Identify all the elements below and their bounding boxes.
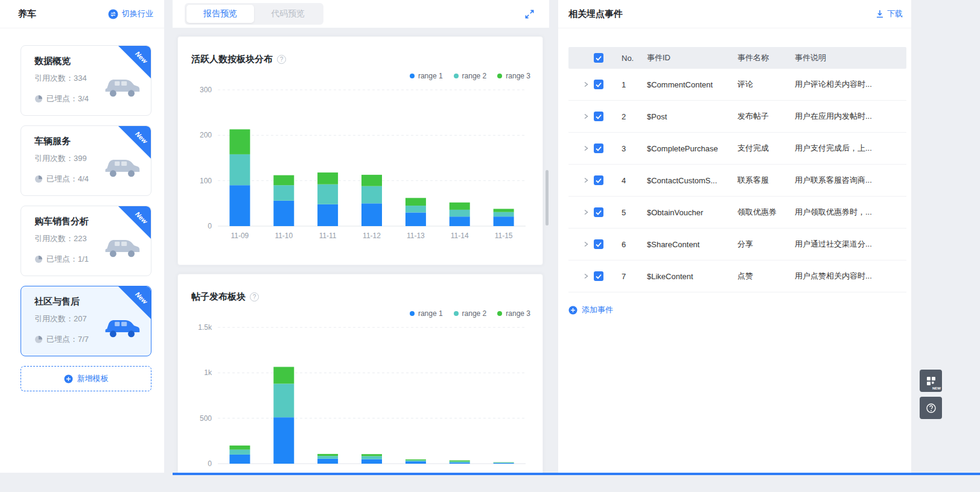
row-checkbox[interactable] xyxy=(594,80,603,89)
add-event-button[interactable]: 添加事件 xyxy=(568,304,613,315)
new-ribbon: New xyxy=(118,126,151,159)
new-ribbon-label: New xyxy=(134,130,148,145)
preview-tab[interactable]: 代码预览 xyxy=(254,5,322,23)
svg-text:11-12: 11-12 xyxy=(363,232,381,240)
svg-text:11-10: 11-10 xyxy=(275,232,293,240)
template-card[interactable]: New 社区与售后 引用次数：207 已埋点：7/7 xyxy=(21,286,151,356)
event-id: $ShareContent xyxy=(647,240,737,249)
legend-label: range 2 xyxy=(462,309,487,318)
event-no: 7 xyxy=(622,272,647,281)
help-icon[interactable]: ? xyxy=(277,55,286,64)
legend-item[interactable]: range 1 xyxy=(410,309,443,318)
sidebar-header: 养车 切换行业 xyxy=(0,0,164,28)
fullscreen-expand-icon[interactable] xyxy=(524,9,535,19)
tracked-value: 已埋点：7/7 xyxy=(46,334,89,345)
swap-icon xyxy=(108,9,118,19)
expand-chevron-icon[interactable] xyxy=(583,113,589,119)
template-card[interactable]: New 车辆服务 引用次数：399 已埋点：4/4 xyxy=(21,125,151,196)
svg-text:11-09: 11-09 xyxy=(231,232,249,240)
legend-item[interactable]: range 3 xyxy=(497,309,530,318)
posts-chart: 05001k1.5k xyxy=(191,321,530,468)
expand-chevron-icon[interactable] xyxy=(583,177,589,183)
chart-title: 活跃人数按板块分布 xyxy=(191,54,273,65)
event-id: $ObtainVoucher xyxy=(647,208,737,217)
legend-item[interactable]: range 3 xyxy=(497,72,530,80)
plus-circle-icon xyxy=(568,306,578,315)
expand-chevron-icon[interactable] xyxy=(583,241,589,247)
pie-progress-icon xyxy=(34,255,43,263)
event-no: 2 xyxy=(622,112,647,121)
template-sidebar: 养车 切换行业 New 数据概览 引用次数：334 已埋点：3/4 New 车辆… xyxy=(0,0,164,473)
event-table-row: 2 $Post 发布帖子 用户在应用内发帖时... xyxy=(568,101,906,133)
legend-label: range 3 xyxy=(506,309,530,318)
row-checkbox[interactable] xyxy=(594,271,603,281)
template-card-tracked: 已埋点：7/7 xyxy=(34,334,142,345)
switch-industry-label: 切换行业 xyxy=(122,8,153,19)
row-checkbox[interactable] xyxy=(594,239,603,249)
switch-industry-button[interactable]: 切换行业 xyxy=(108,8,153,19)
download-label: 下载 xyxy=(887,8,903,19)
preview-topbar: 报告预览 代码预览 xyxy=(173,0,549,28)
event-name: 点赞 xyxy=(737,271,795,282)
chart-card-posts: 帖子发布板块 ? range 1range 2range 3 05001k1.5… xyxy=(177,274,543,473)
events-table-body: 1 $CommentContent 评论 用户评论相关内容时... 2 $Pos… xyxy=(568,69,906,292)
svg-text:300: 300 xyxy=(200,86,212,94)
help-button[interactable] xyxy=(920,397,942,419)
event-table-row: 5 $ObtainVoucher 领取优惠券 用户领取优惠券时，... xyxy=(568,197,906,229)
event-desc: 用户点赞相关内容时... xyxy=(795,271,906,282)
row-checkbox[interactable] xyxy=(594,144,603,153)
legend-label: range 1 xyxy=(418,309,443,318)
event-id: $CompletePurchase xyxy=(647,144,737,153)
template-card-tracked: 已埋点：4/4 xyxy=(34,174,142,184)
event-desc: 用户评论相关内容时... xyxy=(795,79,906,90)
event-desc: 用户支付完成后，上... xyxy=(795,143,906,154)
events-title: 相关埋点事件 xyxy=(568,8,623,20)
preview-tab[interactable]: 报告预览 xyxy=(186,5,254,23)
row-checkbox[interactable] xyxy=(594,175,603,185)
stacked-bar-chart: 05001k1.5k xyxy=(191,321,529,468)
expand-chevron-icon[interactable] xyxy=(583,273,589,279)
industry-title: 养车 xyxy=(18,8,36,20)
template-card-list: New 数据概览 引用次数：334 已埋点：3/4 New 车辆服务 引用次数：… xyxy=(0,28,164,356)
expand-chevron-icon[interactable] xyxy=(583,145,589,151)
event-table-row: 1 $CommentContent 评论 用户评论相关内容时... xyxy=(568,69,906,101)
template-card[interactable]: New 数据概览 引用次数：334 已埋点：3/4 xyxy=(21,45,151,116)
svg-text:0: 0 xyxy=(208,459,212,468)
select-all-checkbox[interactable] xyxy=(594,53,603,63)
template-card[interactable]: New 购车销售分析 引用次数：223 已埋点：1/1 xyxy=(21,206,151,276)
event-table-row: 7 $LikeContent 点赞 用户点赞相关内容时... xyxy=(568,260,906,292)
chart-legend: range 1range 2range 3 xyxy=(191,68,530,84)
events-panel: 相关埋点事件 下载 No. 事件ID 事件名称 事件说明 xyxy=(558,0,911,473)
preview-tabs: 报告预览 代码预览 xyxy=(185,3,323,25)
expand-chevron-icon[interactable] xyxy=(583,81,589,87)
legend-item[interactable]: range 1 xyxy=(410,72,443,80)
legend-dot xyxy=(497,74,502,78)
download-icon xyxy=(876,10,884,18)
legend-item[interactable]: range 2 xyxy=(454,72,487,80)
help-icon[interactable]: ? xyxy=(250,292,259,301)
scrollbar-thumb[interactable] xyxy=(546,170,549,226)
active-users-chart: 010020030011-0911-1011-1111-1211-1311-14… xyxy=(191,84,530,244)
new-ribbon: New xyxy=(118,206,151,239)
legend-item[interactable]: range 2 xyxy=(454,309,487,318)
svg-text:1.5k: 1.5k xyxy=(198,323,212,332)
download-button[interactable]: 下载 xyxy=(876,8,903,19)
pie-progress-icon xyxy=(34,175,43,183)
svg-text:11-15: 11-15 xyxy=(495,232,513,240)
svg-text:100: 100 xyxy=(200,177,212,185)
chart-title-row: 活跃人数按板块分布 ? xyxy=(191,50,530,68)
stacked-bar-chart: 010020030011-0911-1011-1111-1211-1311-14… xyxy=(191,84,529,244)
event-table-row: 3 $CompletePurchase 支付完成 用户支付完成后，上... xyxy=(568,133,906,165)
event-desc: 用户在应用内发帖时... xyxy=(795,111,906,122)
chart-title-row: 帖子发布板块 ? xyxy=(191,288,530,306)
quick-nav-button[interactable]: NEW xyxy=(920,370,942,392)
expand-chevron-icon[interactable] xyxy=(583,209,589,215)
row-checkbox[interactable] xyxy=(594,112,603,121)
window-bottom-accent xyxy=(173,473,980,475)
event-desc: 用户领取优惠券时，... xyxy=(795,207,906,218)
chart-legend: range 1range 2range 3 xyxy=(191,306,530,321)
add-template-button[interactable]: 新增模板 xyxy=(21,366,151,391)
new-ribbon: New xyxy=(118,286,151,319)
add-template-label: 新增模板 xyxy=(77,373,109,384)
row-checkbox[interactable] xyxy=(594,207,603,217)
